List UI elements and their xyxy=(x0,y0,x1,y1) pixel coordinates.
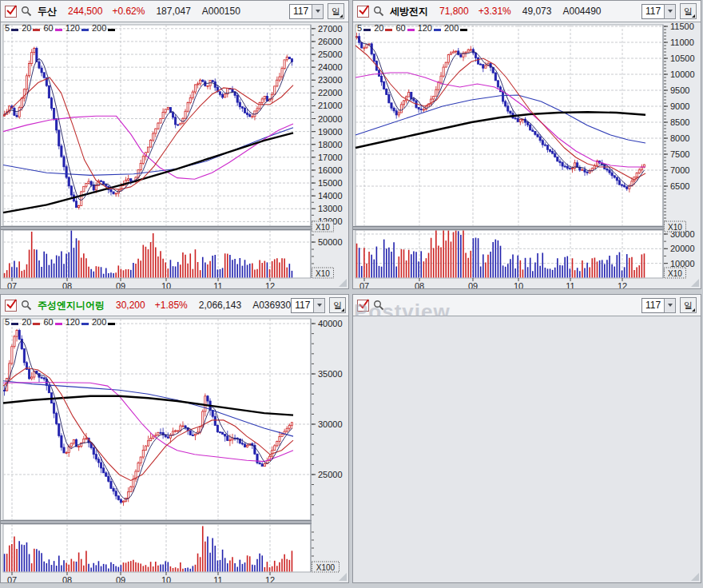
svg-text:21000: 21000 xyxy=(318,101,343,110)
svg-text:12: 12 xyxy=(618,281,627,288)
svg-text:10500: 10500 xyxy=(670,54,695,63)
stock-name: 두산 xyxy=(38,5,57,18)
svg-text:9500: 9500 xyxy=(670,85,689,95)
stock-change-percent: +0.62% xyxy=(112,6,145,17)
chart-panel-jusung: 주성엔지니어링 30,200 +1.85% 2,066,143 A036930 … xyxy=(0,294,349,583)
chevron-down-icon xyxy=(317,304,322,307)
chart-select-checkbox[interactable] xyxy=(357,6,369,18)
period-count-spinner xyxy=(291,298,325,313)
svg-text:10: 10 xyxy=(161,281,171,288)
resize-grip-icon[interactable] xyxy=(691,279,699,287)
svg-text:25000: 25000 xyxy=(318,50,343,59)
stock-search-icon[interactable] xyxy=(373,300,384,311)
stock-search-icon[interactable] xyxy=(21,300,32,311)
chart-panel-sebang: 세방전지 71,800 +3.31% 49,073 A004490 일 6500… xyxy=(352,0,701,289)
stock-search-icon[interactable] xyxy=(21,6,32,17)
period-unit-button[interactable]: 일 xyxy=(328,3,344,19)
resize-grip-icon[interactable] xyxy=(691,573,699,581)
svg-text:8500: 8500 xyxy=(670,117,689,127)
period-count-spinner xyxy=(641,4,676,19)
stock-price: 244,500 xyxy=(68,6,102,17)
period-count-input[interactable] xyxy=(641,298,664,313)
empty-chart-area xyxy=(353,316,701,582)
svg-text:10000: 10000 xyxy=(670,70,695,79)
chart-panel-doosan: 두산 244,500 +0.62% 187,047 A000150 일 1200… xyxy=(0,0,349,289)
svg-text:13000: 13000 xyxy=(318,204,343,213)
svg-text:25000: 25000 xyxy=(318,470,343,479)
chart-header: 두산 244,500 +0.62% 187,047 A000150 일 xyxy=(1,1,348,22)
submenu-corner-icon xyxy=(341,308,344,312)
stock-name: 세방전지 xyxy=(390,5,428,18)
svg-text:14000: 14000 xyxy=(318,191,343,201)
chart-panel-empty: 일 Postview xyxy=(352,294,701,583)
period-unit-button[interactable]: 일 xyxy=(680,3,697,19)
period-dropdown-button[interactable] xyxy=(313,298,325,313)
svg-text:11: 11 xyxy=(566,281,574,288)
chart-canvas[interactable]: 1200013000140001500016000170001800019000… xyxy=(1,22,348,288)
svg-text:07: 07 xyxy=(7,575,17,582)
svg-text:17000: 17000 xyxy=(318,153,343,162)
period-count-input[interactable] xyxy=(641,4,664,19)
svg-text:20000: 20000 xyxy=(318,114,343,124)
period-count-spinner xyxy=(289,4,324,19)
svg-text:X10: X10 xyxy=(316,269,330,278)
multi-stock-chart-window: { "watermark": "Postview", "colors": { "… xyxy=(0,0,703,588)
svg-text:19000: 19000 xyxy=(318,127,343,137)
period-dropdown-button[interactable] xyxy=(664,298,676,313)
svg-text:23000: 23000 xyxy=(318,75,343,85)
period-dropdown-button[interactable] xyxy=(312,4,324,19)
svg-text:12: 12 xyxy=(265,575,275,582)
svg-text:07: 07 xyxy=(7,281,17,288)
svg-text:22000: 22000 xyxy=(318,88,343,97)
svg-text:X10: X10 xyxy=(316,223,330,232)
svg-text:X100: X100 xyxy=(316,563,336,572)
chart-select-checkbox[interactable] xyxy=(357,300,369,312)
stock-volume: 2,066,143 xyxy=(199,300,241,311)
svg-text:11500: 11500 xyxy=(670,22,694,31)
submenu-corner-icon xyxy=(692,14,695,18)
chart-select-checkbox[interactable] xyxy=(5,6,17,18)
chart-header: 일 xyxy=(353,295,701,316)
stock-search-icon[interactable] xyxy=(373,6,384,17)
svg-text:50000: 50000 xyxy=(318,237,343,247)
svg-text:08: 08 xyxy=(62,281,72,288)
stock-code: A004490 xyxy=(562,6,601,17)
chevron-down-icon xyxy=(668,10,673,13)
stock-name: 주성엔지니어링 xyxy=(38,299,105,312)
chart-canvas[interactable]: 6500700075008000850090009500100001050011… xyxy=(353,22,701,288)
svg-text:16000: 16000 xyxy=(318,165,343,175)
svg-text:40000: 40000 xyxy=(318,319,343,328)
svg-text:11: 11 xyxy=(213,281,222,288)
chevron-down-icon xyxy=(316,10,320,13)
svg-text:11: 11 xyxy=(213,575,222,582)
svg-text:X10: X10 xyxy=(668,269,682,278)
period-count-spinner xyxy=(641,298,676,313)
svg-text:07: 07 xyxy=(359,281,369,288)
svg-text:24000: 24000 xyxy=(318,62,343,72)
chevron-down-icon xyxy=(668,304,673,307)
stock-volume: 187,047 xyxy=(156,6,190,17)
period-unit-button[interactable]: 일 xyxy=(680,297,697,313)
svg-text:6500: 6500 xyxy=(670,181,689,191)
svg-text:18000: 18000 xyxy=(318,140,343,149)
svg-text:X10: X10 xyxy=(668,223,682,232)
svg-text:09: 09 xyxy=(116,281,125,288)
svg-text:20000: 20000 xyxy=(670,244,695,253)
svg-text:15000: 15000 xyxy=(318,178,343,188)
period-count-input[interactable] xyxy=(289,4,312,19)
period-unit-button[interactable]: 일 xyxy=(329,297,346,313)
svg-text:09: 09 xyxy=(468,281,478,288)
svg-text:27000: 27000 xyxy=(318,24,343,34)
resize-grip-icon[interactable] xyxy=(339,573,347,581)
resize-grip-icon[interactable] xyxy=(339,279,347,287)
period-count-input[interactable] xyxy=(291,298,313,313)
stock-change-percent: +1.85% xyxy=(155,300,188,311)
svg-text:7000: 7000 xyxy=(670,165,689,175)
period-dropdown-button[interactable] xyxy=(664,4,676,19)
chart-canvas[interactable]: 25000300003500040000070809101112X100 520… xyxy=(1,316,348,582)
svg-text:09: 09 xyxy=(116,575,125,582)
svg-text:9000: 9000 xyxy=(670,101,689,111)
chart-header: 세방전지 71,800 +3.31% 49,073 A004490 일 xyxy=(353,1,701,22)
svg-text:10: 10 xyxy=(161,575,171,582)
chart-select-checkbox[interactable] xyxy=(5,300,17,312)
